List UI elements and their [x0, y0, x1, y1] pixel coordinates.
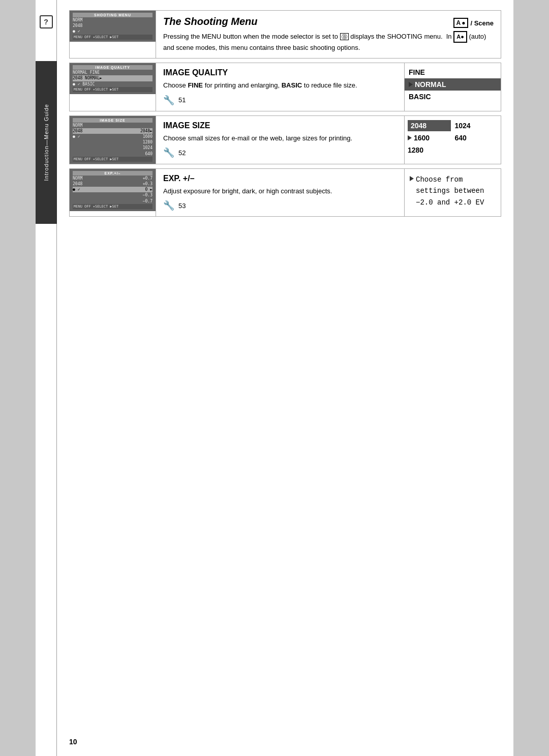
shooting-menu-section: SHOOTING MENU NORM 2048 ● ✓ MENU OFF ✦SE… — [69, 10, 501, 59]
iq-footer: 🔧 51 — [163, 95, 397, 106]
mode-icon: Ⓑ — [340, 33, 349, 40]
exp-lcd: EXP.+/– NORM+0.7 2048+0.3 ● ✓0 ► −0.3 −0… — [70, 169, 156, 211]
is-page-ref: 52 — [178, 149, 186, 157]
is-btn-menu: MENU OFF — [74, 157, 91, 161]
iq-middle: IMAGE QUALITY Choose FINE for printing a… — [156, 63, 404, 111]
iq-normal-arrow — [409, 82, 413, 87]
iq-basic-label: BASIC — [409, 93, 431, 101]
iq-body: Choose FINE for printing and enlarging, … — [163, 80, 397, 91]
is-1600-arrow — [408, 135, 412, 140]
badge-box: A ● — [453, 18, 469, 28]
main-content: SHOOTING MENU NORM 2048 ● ✓ MENU OFF ✦SE… — [57, 0, 513, 756]
iq-lcd-bottom: MENU OFF ✦SELECT ▶SET — [73, 87, 152, 92]
iq-lcd-title: IMAGE QUALITY — [73, 65, 152, 70]
exp-line-3: ● ✓0 ► — [73, 187, 152, 192]
is-title: IMAGE SIZE — [163, 121, 397, 130]
is-size-1600: 1600 — [414, 132, 430, 143]
is-size-640: 640 — [455, 132, 498, 143]
is-size-1600-row: 1600 — [408, 132, 451, 143]
lcd-title: SHOOTING MENU — [73, 13, 152, 17]
iq-options: FINE NORMAL BASIC — [404, 63, 501, 111]
is-lcd-bottom: MENU OFF ✦SELECT ▶SET — [73, 157, 152, 162]
help-icon: ? — [40, 15, 53, 28]
exp-btn-select: ✦SELECT — [93, 205, 108, 209]
exp-footer: 🔧 53 — [163, 200, 397, 211]
iq-btn-select: ✦SELECT — [93, 88, 108, 92]
lcd-lines: NORM 2048 ● ✓ — [73, 17, 152, 35]
iq-option-fine: FINE — [405, 66, 501, 78]
iq-lcd-lines: NORMAL FINE 2048 NORMAL► ● ✓ BASIC — [73, 70, 152, 87]
section-heading-title: The Shooting Menu — [163, 16, 258, 27]
is-options: 2048 1024 1600 640 1280 — [404, 116, 501, 164]
exp-line-4: −0.3 — [73, 192, 152, 198]
is-lcd-title: IMAGE SIZE — [73, 118, 152, 123]
lcd-btn-select: ✦SELECT — [93, 35, 108, 39]
page-wrapper: ? Introduction—Menu Guide SHOOTING MENU … — [36, 0, 513, 756]
is-lcd-lines: NORM 20482048► ● ✓1600 1280 1024 640 — [73, 123, 152, 157]
sidebar-dark-bar: Introduction—Menu Guide — [36, 61, 57, 224]
is-lcd-line-3: ● ✓1600 — [73, 134, 152, 139]
iq-lcd-panel: IMAGE QUALITY NORMAL FINE 2048 NORMAL► ●… — [70, 63, 156, 111]
is-size-1280: 1280 — [408, 144, 451, 156]
heading-body: Pressing the MENU button when the mode s… — [163, 31, 494, 53]
iq-lcd-line-3: ● ✓ BASIC — [73, 81, 152, 87]
is-lcd-line-5: 1024 — [73, 145, 152, 151]
iq-title: IMAGE QUALITY — [163, 68, 397, 77]
exp-title: EXP. +/– — [163, 174, 397, 183]
is-btn-set: ▶SET — [110, 157, 118, 161]
iq-basic-bold: BASIC — [282, 81, 302, 89]
exp-section: EXP.+/– NORM+0.7 2048+0.3 ● ✓0 ► −0.3 −0… — [69, 168, 501, 217]
is-lcd-line-4: 1280 — [73, 139, 152, 145]
iq-btn-set: ▶SET — [110, 88, 118, 92]
iq-option-normal: NORMAL — [405, 78, 501, 91]
is-body: Choose small sizes for e-mail or the web… — [163, 133, 397, 143]
is-lcd-panel: IMAGE SIZE NORM 20482048► ● ✓1600 1280 1… — [70, 116, 156, 164]
iq-option-basic: BASIC — [405, 91, 501, 103]
exp-btn-menu: MENU OFF — [74, 205, 91, 209]
exp-line-1: NORM+0.7 — [73, 176, 152, 181]
is-size-2048: 2048 — [408, 120, 451, 131]
is-wrench-icon: 🔧 — [163, 147, 174, 158]
exp-line-5: −0.7 — [73, 198, 152, 204]
badge-a: A — [456, 19, 461, 26]
shooting-menu-lcd: SHOOTING MENU NORM 2048 ● ✓ MENU OFF ✦SE… — [70, 11, 156, 58]
page-number: 10 — [69, 738, 77, 746]
iq-lcd-line-1: NORMAL FINE — [73, 70, 152, 75]
is-middle: IMAGE SIZE Choose small sizes for e-mail… — [156, 116, 404, 164]
lcd-line-1: NORM — [73, 17, 152, 23]
badge-slash-scene: / Scene — [470, 19, 494, 27]
iq-normal-label: NORMAL — [415, 80, 446, 89]
iq-fine-bold: FINE — [188, 81, 203, 89]
auto-icon: A● — [453, 31, 467, 43]
iq-fine-label: FINE — [409, 68, 425, 76]
iq-page-ref: 51 — [178, 96, 186, 104]
lcd-btn-menu: MENU OFF — [74, 35, 91, 39]
iq-lcd-line-2: 2048 NORMAL► — [73, 75, 152, 81]
exp-body: Adjust exposure for bright, dark, or hig… — [163, 186, 397, 196]
sidebar-label: Introduction—Menu Guide — [43, 104, 49, 181]
exp-middle: EXP. +/– Adjust exposure for bright, dar… — [156, 169, 404, 217]
is-btn-select: ✦SELECT — [93, 157, 108, 161]
image-size-section: IMAGE SIZE NORM 20482048► ● ✓1600 1280 1… — [69, 115, 501, 164]
is-footer: 🔧 52 — [163, 147, 397, 158]
is-lcd: IMAGE SIZE NORM 20482048► ● ✓1600 1280 1… — [70, 116, 156, 164]
exp-btn-set: ▶SET — [110, 205, 118, 209]
exp-page-ref: 53 — [178, 202, 186, 210]
exp-line-2: 2048+0.3 — [73, 181, 152, 187]
lcd-shooting: SHOOTING MENU NORM 2048 ● ✓ MENU OFF ✦SE… — [70, 11, 156, 42]
heading-title-row: The Shooting Menu A ● / Scene — [163, 16, 494, 28]
heading-main: The Shooting Menu A ● / Scene Pressing t… — [156, 11, 501, 58]
lcd-line-3: ● ✓ — [73, 28, 152, 34]
lcd-bottom: MENU OFF ✦SELECT ▶SET — [73, 35, 152, 40]
lcd-btn-set: ▶SET — [110, 35, 118, 39]
exp-lcd-title: EXP.+/– — [73, 171, 152, 176]
iq-wrench-icon: 🔧 — [163, 95, 174, 106]
is-size-1024: 1024 — [455, 120, 498, 131]
section-badge: A ● / Scene — [453, 18, 494, 28]
exp-right: Choose from settings between −2.0 and +2… — [404, 169, 501, 217]
exp-lcd-bottom: MENU OFF ✦SELECT ▶SET — [73, 204, 152, 209]
exp-arrow-icon — [410, 176, 414, 181]
image-quality-section: IMAGE QUALITY NORMAL FINE 2048 NORMAL► ●… — [69, 63, 501, 111]
is-lcd-line-1: NORM — [73, 123, 152, 128]
exp-lcd-lines: NORM+0.7 2048+0.3 ● ✓0 ► −0.3 −0.7 — [73, 176, 152, 204]
